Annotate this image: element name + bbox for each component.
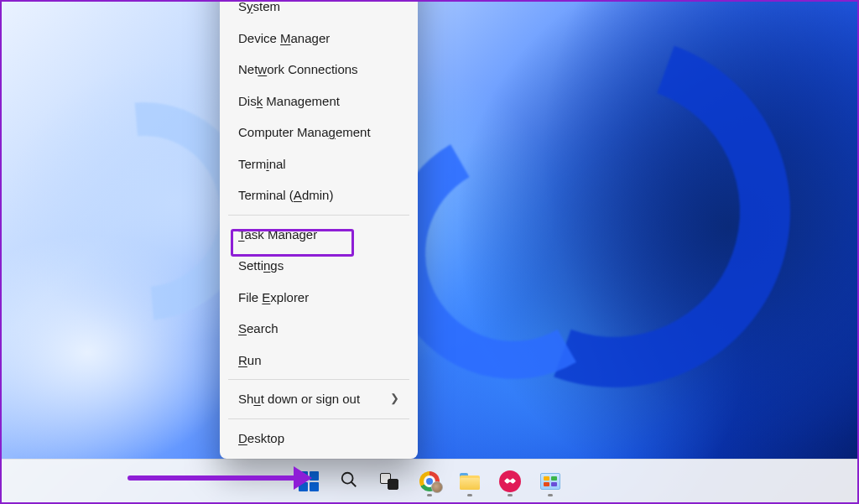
chrome-app-icon[interactable] xyxy=(413,465,446,498)
menu-item-label: Network Connections xyxy=(238,61,358,78)
file-explorer-icon[interactable] xyxy=(453,465,487,498)
svg-point-0 xyxy=(342,472,353,483)
menu-item[interactable]: Terminal xyxy=(220,148,418,180)
menu-item[interactable]: Disk Management xyxy=(220,86,418,117)
search-button[interactable] xyxy=(332,465,366,498)
menu-item-label: Disk Management xyxy=(238,93,340,110)
menu-item-label: Shut down or sign out xyxy=(238,391,360,408)
task-view-button[interactable] xyxy=(372,465,406,498)
task-view-icon xyxy=(380,473,398,490)
menu-item-label: Computer Management xyxy=(238,124,371,141)
menu-item[interactable]: Settings xyxy=(220,250,418,282)
desktop-wallpaper xyxy=(2,2,857,502)
menu-item-label: Device Manager xyxy=(238,30,330,47)
menu-item-label: System xyxy=(238,0,280,15)
menu-item-label: File Explorer xyxy=(238,289,309,306)
pinned-app-icon[interactable] xyxy=(493,465,527,498)
menu-item-label: Search xyxy=(238,320,279,337)
menu-item-label: Desktop xyxy=(238,430,284,447)
menu-item[interactable]: Computer Management xyxy=(220,117,418,148)
menu-item[interactable]: System xyxy=(220,0,418,23)
app-icon xyxy=(499,470,521,492)
menu-item[interactable]: Network Connections xyxy=(220,54,418,86)
search-icon xyxy=(340,470,358,492)
menu-item[interactable]: Desktop xyxy=(220,423,418,455)
menu-item-label: Task Manager xyxy=(238,226,317,243)
menu-item[interactable]: Terminal (Admin) xyxy=(220,179,418,211)
menu-separator xyxy=(228,418,409,419)
winx-context-menu: Event ViewerSystemDevice ManagerNetwork … xyxy=(220,0,418,459)
menu-item-label: Run xyxy=(238,352,262,369)
menu-separator xyxy=(228,215,409,216)
menu-item[interactable]: Shut down or sign out❯ xyxy=(220,383,418,415)
svg-line-1 xyxy=(351,481,357,486)
folder-icon xyxy=(460,473,480,490)
menu-item[interactable]: Run xyxy=(220,345,418,377)
menu-item[interactable]: Search xyxy=(220,313,418,345)
menu-separator xyxy=(228,379,409,380)
menu-item[interactable]: Task Manager xyxy=(220,219,418,251)
control-panel-category-icon xyxy=(540,473,560,490)
menu-item-label: Terminal (Admin) xyxy=(238,187,333,204)
control-panel-icon[interactable] xyxy=(534,465,567,498)
menu-item-label: Terminal xyxy=(238,156,286,173)
menu-item[interactable]: Device Manager xyxy=(220,23,418,55)
chrome-icon xyxy=(419,471,440,491)
annotation-arrow xyxy=(128,466,312,490)
menu-item[interactable]: File Explorer xyxy=(220,282,418,314)
menu-item-label: Settings xyxy=(238,257,284,274)
chevron-right-icon: ❯ xyxy=(390,392,399,406)
